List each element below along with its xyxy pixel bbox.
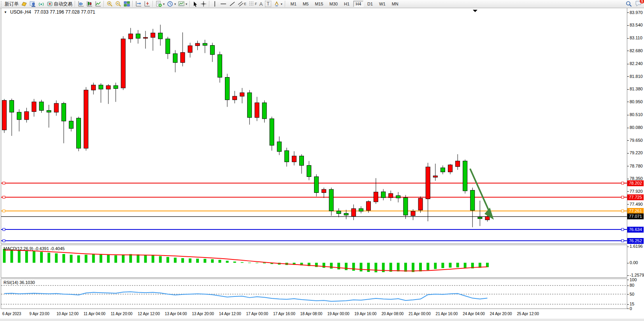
- macd-bar: [330, 263, 333, 269]
- line-chart-button[interactable]: [94, 0, 102, 7]
- candlestick-chart[interactable]: [1, 8, 627, 243]
- fibonacci-tool[interactable]: F: [247, 0, 258, 7]
- axis-tick-mark: [627, 140, 629, 141]
- candle-body: [270, 119, 274, 145]
- accounts-button[interactable]: [28, 0, 37, 7]
- line-handle[interactable]: [3, 196, 5, 198]
- axis-tick-mark: [627, 191, 629, 192]
- templates-dropdown[interactable]: ▾: [177, 0, 188, 7]
- timeframe-M30[interactable]: M30: [327, 1, 340, 7]
- fibonacci-icon: [249, 1, 255, 7]
- timeframe-D1[interactable]: D1: [365, 1, 375, 7]
- cursor-tool-button[interactable]: [191, 0, 199, 7]
- timeframe-H4[interactable]: H4: [353, 1, 363, 7]
- bar-chart-button[interactable]: [77, 0, 85, 7]
- autotrading-label: 自动交易: [54, 1, 72, 7]
- notifications-button[interactable]: 1: [635, 0, 642, 8]
- new-order-label: 新订单: [5, 1, 19, 7]
- horizontal-line-tool[interactable]: [219, 0, 228, 7]
- timeframe-MN[interactable]: MN: [390, 1, 401, 7]
- symbol-dropdown-icon[interactable]: ▼: [4, 11, 7, 14]
- timeframe-M15[interactable]: M15: [312, 1, 325, 7]
- trendline-tool[interactable]: [228, 0, 237, 7]
- profile-button[interactable]: [20, 0, 28, 7]
- arrows-dropdown[interactable]: ▾: [272, 0, 284, 7]
- templates-icon: [178, 1, 184, 7]
- candle-body: [25, 112, 29, 120]
- autotrading-button[interactable]: 自动交易: [46, 0, 74, 7]
- toolbar-grip[interactable]: [1, 1, 3, 7]
- timeframe-H1[interactable]: H1: [342, 1, 352, 7]
- price-axis[interactable]: 83.97083.54083.11082.68082.24081.81081.3…: [627, 8, 644, 319]
- symbol-timeframe-label: USOil-,H4: [10, 9, 31, 15]
- line-handle[interactable]: [621, 240, 624, 242]
- date-label: 11 Apr 04:00: [84, 312, 105, 316]
- chevron-down-icon: ▾: [163, 2, 165, 6]
- equidistant-channel-tool[interactable]: E: [237, 0, 247, 7]
- auto-scroll-button[interactable]: [143, 0, 151, 7]
- axis-tick-label: 0: [630, 306, 632, 311]
- search-icon[interactable]: [626, 1, 632, 7]
- line-handle[interactable]: [621, 196, 624, 198]
- candle-body: [418, 198, 423, 210]
- line-handle[interactable]: [3, 240, 5, 242]
- chevron-down-icon: ▾: [281, 2, 283, 6]
- shift-chart-button[interactable]: [134, 0, 143, 7]
- date-label: 19 Apr 16:00: [354, 312, 377, 316]
- crosshair-tool-button[interactable]: [199, 0, 208, 7]
- line-handle[interactable]: [3, 210, 5, 212]
- macd-bar: [233, 261, 236, 263]
- axis-tick-label: 83.110: [630, 35, 642, 41]
- zoom-out-button[interactable]: [114, 0, 123, 7]
- candle-body: [114, 86, 118, 89]
- date-label: 18 Apr 08:00: [300, 312, 323, 316]
- line-handle[interactable]: [3, 228, 5, 231]
- candle-body: [151, 33, 155, 37]
- vertical-line-tool[interactable]: [211, 0, 219, 7]
- ohlc-values: 77.033 77.196 77.028 77.071: [34, 9, 95, 15]
- toolbar-separator: [285, 1, 286, 7]
- signals-button[interactable]: [37, 0, 46, 7]
- periods-dropdown[interactable]: ▾: [166, 0, 177, 7]
- candle-body: [478, 217, 482, 219]
- axis-tick-mark: [627, 12, 629, 13]
- date-label: 21 Apr 00:00: [409, 312, 431, 316]
- candle-body: [255, 103, 259, 118]
- price-line-label: 76.252: [627, 238, 644, 244]
- candle-body: [173, 54, 177, 63]
- chart-shift-marker[interactable]: [473, 10, 477, 12]
- axis-tick-label: 83.540: [630, 23, 643, 28]
- axis-tick-label: 77.490: [630, 202, 643, 207]
- text-label-tool[interactable]: T: [264, 0, 272, 7]
- macd-chart[interactable]: [1, 245, 627, 277]
- accounts-icon: [30, 1, 36, 7]
- line-chart-icon: [95, 1, 101, 7]
- date-label: 24 Apr 20:00: [490, 312, 512, 316]
- timeframe-W1[interactable]: W1: [377, 1, 388, 7]
- line-handle[interactable]: [3, 182, 5, 184]
- toolbar-separator: [153, 1, 153, 7]
- axis-tick-label: 77.920: [630, 189, 643, 194]
- text-tool[interactable]: A: [258, 0, 264, 7]
- line-handle[interactable]: [621, 228, 624, 231]
- tile-windows-button[interactable]: [123, 0, 131, 7]
- axis-tick-mark: [627, 38, 629, 39]
- rsi-chart[interactable]: [1, 279, 627, 309]
- line-handle[interactable]: [621, 210, 624, 212]
- timeframe-M1[interactable]: M1: [288, 1, 299, 7]
- new-order-button[interactable]: 新订单: [4, 0, 20, 7]
- macd-bar: [419, 263, 422, 272]
- timeframe-M5[interactable]: M5: [300, 1, 311, 7]
- candle-body: [404, 198, 408, 215]
- date-axis[interactable]: 6 Apr 20239 Apr 23:0010 Apr 12:0011 Apr …: [1, 309, 627, 319]
- macd-bar: [107, 255, 110, 263]
- axis-tick-mark: [627, 64, 629, 64]
- candle-body: [344, 213, 348, 215]
- candlestick-chart-button[interactable]: [85, 0, 94, 7]
- indicators-dropdown[interactable]: ▾: [154, 0, 166, 7]
- macd-bar: [167, 257, 169, 263]
- line-handle[interactable]: [621, 182, 624, 184]
- zoom-in-button[interactable]: [105, 0, 114, 7]
- macd-bar: [456, 263, 459, 268]
- macd-bar: [434, 263, 437, 269]
